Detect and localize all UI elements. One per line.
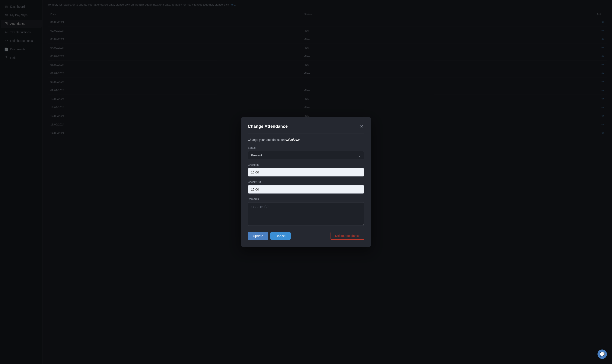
check-out-field: Check Out xyxy=(248,180,364,194)
modal-left-buttons: Update Cancel xyxy=(248,232,291,240)
check-in-input[interactable] xyxy=(248,168,364,176)
cancel-button[interactable]: Cancel xyxy=(270,232,291,240)
modal-target-date: 02/09/2024 xyxy=(286,138,300,142)
modal-header: Change Attendance ✕ xyxy=(248,123,364,129)
check-out-input[interactable] xyxy=(248,185,364,194)
chat-bubble[interactable]: 💬 xyxy=(598,350,607,359)
status-select-wrapper: Present Absent Half Day On Leave Weekend… xyxy=(248,151,364,159)
modal-overlay[interactable]: Change Attendance ✕ Change your attendan… xyxy=(0,0,612,364)
check-out-label: Check Out xyxy=(248,180,364,183)
delete-attendance-button[interactable]: Delete Attendance xyxy=(331,232,364,240)
remarks-textarea[interactable] xyxy=(248,202,364,226)
remarks-label: Remarks xyxy=(248,197,364,201)
remarks-field: Remarks xyxy=(248,197,364,227)
modal-description: Change your attendance on 02/09/2024. xyxy=(248,138,364,142)
status-label: Status xyxy=(248,146,364,149)
modal-close-button[interactable]: ✕ xyxy=(359,123,364,129)
modal-title: Change Attendance xyxy=(248,124,288,129)
status-field: Status Present Absent Half Day On Leave … xyxy=(248,146,364,159)
check-in-field: Check In xyxy=(248,163,364,176)
chat-icon: 💬 xyxy=(600,352,605,357)
update-button[interactable]: Update xyxy=(248,232,268,240)
modal-footer: Update Cancel Delete Attendance xyxy=(248,232,364,240)
status-select[interactable]: Present Absent Half Day On Leave Weekend… xyxy=(248,151,364,159)
modal: Change Attendance ✕ Change your attendan… xyxy=(241,117,371,247)
check-in-label: Check In xyxy=(248,163,364,166)
